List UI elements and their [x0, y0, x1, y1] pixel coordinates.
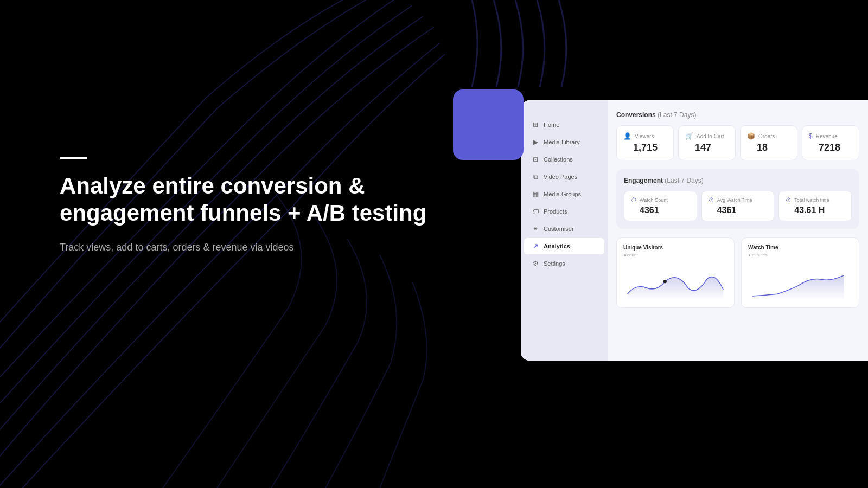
total-watch-label: Total watch time: [794, 197, 829, 203]
sidebar-label-analytics: Analytics: [544, 243, 570, 249]
viewers-card: 👤 Viewers 1,715: [616, 125, 674, 160]
viewers-icon: 👤: [623, 132, 631, 140]
charts-row: Unique Visitors ● count: [616, 237, 859, 308]
conversions-section: Conversions (Last 7 Days) 👤 Viewers 1,71…: [616, 111, 859, 160]
sidebar-item-customiser[interactable]: ✴ Customiser: [524, 221, 604, 237]
video-pages-icon: ⧉: [532, 173, 539, 181]
collections-icon: ⊡: [532, 156, 539, 163]
revenue-label: Revenue: [816, 133, 838, 139]
svg-point-0: [663, 280, 667, 283]
conversions-cards-row: 👤 Viewers 1,715 🛒 Add to Cart 147: [616, 125, 859, 160]
avg-watch-icon: ⏱: [709, 197, 714, 203]
sidebar-item-products[interactable]: 🏷 Products: [524, 203, 604, 220]
watch-count-icon: ⏱: [631, 197, 637, 203]
sidebar-label-settings: Settings: [544, 260, 565, 267]
total-watch-value: 43.61 H: [786, 206, 845, 215]
settings-icon: ⚙: [532, 260, 539, 267]
viewers-label: Viewers: [635, 133, 654, 139]
add-to-cart-card: 🛒 Add to Cart 147: [678, 125, 736, 160]
divider: [60, 157, 87, 159]
sidebar-label-products: Products: [544, 208, 567, 215]
sidebar-item-media-library[interactable]: ▶ Media Library: [524, 134, 604, 150]
main-content: Conversions (Last 7 Days) 👤 Viewers 1,71…: [608, 100, 868, 361]
products-icon: 🏷: [532, 208, 539, 215]
sidebar-label-collections: Collections: [544, 156, 573, 163]
engagement-title: Engagement (Last 7 Days): [624, 177, 852, 184]
unique-visitors-chart: Unique Visitors ● count: [616, 237, 735, 308]
revenue-icon: $: [809, 132, 813, 140]
watch-time-chart: Watch Time ● minutes: [741, 237, 859, 308]
sidebar-label-customiser: Customiser: [544, 226, 574, 232]
viewers-value: 1,715: [623, 142, 667, 153]
total-watch-card: ⏱ Total watch time 43.61 H: [778, 191, 852, 221]
sidebar-nav: ⊞ Home ▶ Media Library ⊡ Collections ⧉ V…: [521, 117, 608, 272]
watch-count-card: ⏱ Watch Count 4361: [624, 191, 697, 221]
sidebar-label-media-library: Media Library: [544, 139, 580, 145]
watch-count-label: Watch Count: [640, 197, 668, 203]
sidebar-item-analytics[interactable]: ↗ Analytics: [524, 238, 604, 254]
cart-value: 147: [685, 142, 729, 153]
customiser-icon: ✴: [532, 225, 539, 233]
chart1-label: Unique Visitors: [623, 245, 727, 251]
chart2-sub: ● minutes: [748, 253, 852, 258]
orders-value: 18: [747, 142, 790, 153]
sidebar-label-video-pages: Video Pages: [544, 174, 577, 180]
chart1-svg: [623, 262, 727, 305]
sidebar-item-media-groups[interactable]: ▦ Media Groups: [524, 186, 604, 202]
media-groups-icon: ▦: [532, 190, 539, 198]
cart-label: Add to Cart: [697, 133, 724, 139]
avg-watch-time-card: ⏱ Avg Watch Time 4361: [701, 191, 775, 221]
orders-label: Orders: [758, 133, 775, 139]
avg-watch-label: Avg Watch Time: [717, 197, 752, 203]
orders-icon: 📦: [747, 132, 755, 140]
avg-watch-value: 4361: [709, 206, 768, 215]
ui-panel-wrapper: ⊞ Home ▶ Media Library ⊡ Collections ⧉ V…: [488, 89, 868, 361]
chart2-svg: [748, 262, 852, 305]
app-window: ⊞ Home ▶ Media Library ⊡ Collections ⧉ V…: [521, 100, 868, 361]
sidebar-item-collections[interactable]: ⊡ Collections: [524, 151, 604, 168]
sidebar-item-settings[interactable]: ⚙ Settings: [524, 255, 604, 272]
engagement-cards: ⏱ Watch Count 4361 ⏱ Avg Watch Time 4361: [624, 191, 852, 221]
revenue-value: 7218: [809, 142, 852, 153]
purple-accent: [453, 89, 524, 160]
total-watch-icon: ⏱: [786, 197, 792, 203]
orders-card: 📦 Orders 18: [740, 125, 797, 160]
conversions-title: Conversions (Last 7 Days): [616, 111, 859, 119]
chart1-sub: ● count: [623, 253, 727, 258]
media-library-icon: ▶: [532, 138, 539, 146]
revenue-card: $ Revenue 7218: [802, 125, 859, 160]
chart2-label: Watch Time: [748, 245, 852, 251]
sidebar-item-video-pages[interactable]: ⧉ Video Pages: [524, 169, 604, 185]
cart-icon: 🛒: [685, 132, 693, 140]
engagement-section: Engagement (Last 7 Days) ⏱ Watch Count 4…: [616, 169, 859, 229]
main-heading: Analyze entire conversion & engagement f…: [60, 172, 429, 227]
sidebar-item-home[interactable]: ⊞ Home: [524, 117, 604, 133]
home-icon: ⊞: [532, 121, 539, 129]
analytics-icon: ↗: [532, 242, 539, 250]
sidebar-label-media-groups: Media Groups: [544, 191, 581, 197]
sub-text: Track views, add to carts, orders & reve…: [60, 240, 429, 255]
sidebar: ⊞ Home ▶ Media Library ⊡ Collections ⧉ V…: [521, 100, 608, 361]
watch-count-value: 4361: [631, 206, 690, 215]
sidebar-label-home: Home: [544, 121, 559, 128]
